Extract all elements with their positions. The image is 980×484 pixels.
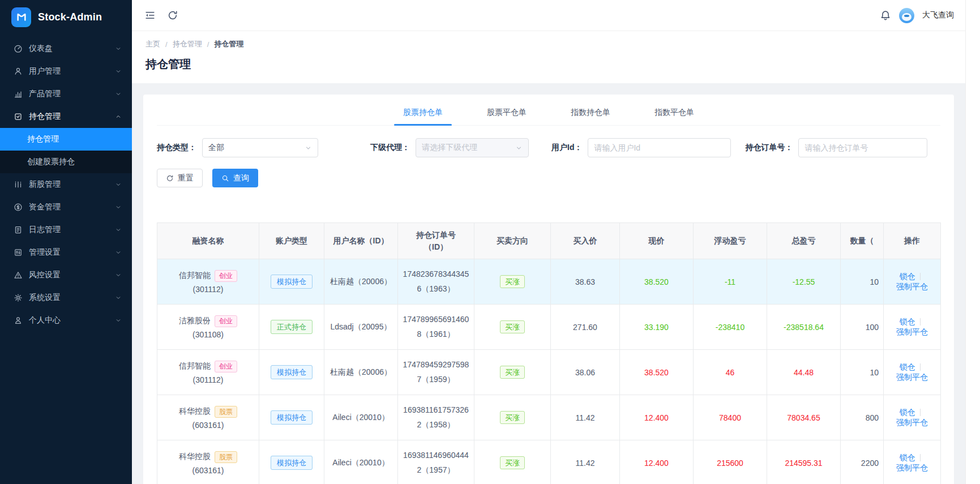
- col-order-no: 持仓订单号 （ID）: [398, 223, 474, 259]
- scrollbar-track[interactable]: [965, 0, 980, 484]
- position-type-select[interactable]: 全部: [202, 138, 318, 157]
- account-type-cell: 模拟持仓: [259, 395, 324, 440]
- breadcrumb-separator: [207, 40, 209, 49]
- refresh-icon[interactable]: [167, 10, 178, 21]
- total-pl-cell: -12.55: [767, 259, 841, 305]
- chevron-down-icon: [115, 272, 122, 279]
- sidebar-item-label: 仪表盘: [29, 44, 115, 54]
- force-close-link[interactable]: 强制平仓: [896, 372, 928, 382]
- breadcrumb-item-0[interactable]: 主页: [145, 39, 160, 49]
- app-logo-icon: [11, 7, 31, 27]
- buy-price-cell: 11.42: [551, 395, 620, 440]
- stock-name: 洁雅股份: [179, 316, 211, 326]
- sidebar-item-7[interactable]: 管理设置: [0, 241, 132, 264]
- reset-button[interactable]: 重置: [157, 169, 203, 187]
- sidebar-item-4[interactable]: 新股管理: [0, 173, 132, 196]
- col-name: 融资名称: [157, 223, 259, 259]
- tab-0[interactable]: 股票持仓单: [402, 101, 444, 125]
- name-cell: 信邦智能创业(301112): [157, 350, 259, 395]
- col-actions: 操作: [884, 223, 941, 259]
- user-id-input[interactable]: [588, 138, 731, 157]
- direction-badge: 买涨: [500, 456, 525, 469]
- col-account-type: 账户类型: [259, 223, 324, 259]
- force-close-link[interactable]: 强制平仓: [896, 418, 928, 427]
- admin-settings-icon: [14, 248, 23, 257]
- order-no-input[interactable]: [798, 138, 927, 157]
- sub-agent-select[interactable]: 请选择下级代理: [416, 138, 529, 157]
- chevron-down-icon: [115, 91, 122, 97]
- lock-position-link[interactable]: 锁仓: [900, 453, 915, 462]
- products-icon: [14, 89, 23, 98]
- system-icon: [14, 293, 23, 302]
- force-close-link[interactable]: 强制平仓: [896, 282, 928, 291]
- account-type-cell: 正式持仓: [259, 305, 324, 350]
- sidebar-menu: 仪表盘 用户管理 产品管理 持仓管理 持仓管理 创建股票持仓 新股管理 资金管理…: [0, 34, 132, 484]
- filter-bar: 持仓类型：全部下级代理：请选择下级代理用户Id：持仓订单号：: [157, 138, 940, 157]
- breadcrumb: 主页持仓管理持仓管理: [145, 39, 952, 49]
- direction-badge: 买涨: [500, 275, 525, 288]
- buy-price-cell: 271.60: [551, 305, 620, 350]
- floating-pl-cell: -238410: [694, 305, 767, 350]
- stock-name: 科华控股: [179, 452, 211, 462]
- board-tag: 创业: [215, 361, 237, 372]
- sidebar-item-8[interactable]: 风控设置: [0, 264, 132, 286]
- breadcrumb-item-1[interactable]: 持仓管理: [173, 39, 202, 49]
- chevron-down-icon: [115, 45, 122, 52]
- quantity-cell: 10: [841, 259, 884, 305]
- sidebar-item-5[interactable]: 资金管理: [0, 196, 132, 219]
- sidebar-subitem-1[interactable]: 创建股票持仓: [0, 151, 132, 173]
- chevron-down-icon: [115, 249, 122, 256]
- notification-bell-icon[interactable]: [880, 10, 891, 21]
- avatar[interactable]: [899, 8, 914, 23]
- reset-icon: [166, 174, 174, 182]
- force-close-link[interactable]: 强制平仓: [896, 327, 928, 336]
- lock-position-link[interactable]: 锁仓: [900, 408, 915, 417]
- app-root: Stock-Admin 仪表盘 用户管理 产品管理 持仓管理 持仓管理 创建股票…: [0, 0, 980, 484]
- buy-price-cell: 38.63: [551, 259, 620, 305]
- quantity-cell: 2200: [841, 440, 884, 484]
- submenu: 持仓管理 创建股票持仓: [0, 128, 132, 173]
- stock-name: 科华控股: [179, 406, 211, 417]
- filter-label: 持仓类型：: [157, 143, 196, 153]
- sidebar-item-10[interactable]: 个人中心: [0, 309, 132, 332]
- force-close-link[interactable]: 强制平仓: [896, 463, 928, 472]
- positions-table-wrap: 融资名称账户类型用户名称（ID）持仓订单号 （ID）买卖方向买入价现价浮动盈亏总…: [157, 222, 940, 484]
- sidebar-item-0[interactable]: 仪表盘: [0, 37, 132, 60]
- col-current-price: 现价: [620, 223, 694, 259]
- account-type-cell: 模拟持仓: [259, 350, 324, 395]
- logs-icon: [14, 225, 23, 234]
- search-icon: [221, 174, 229, 182]
- username[interactable]: 大飞查询: [922, 10, 954, 20]
- action-divider: [920, 273, 921, 280]
- user-cell: 杜南越（20006）: [324, 259, 398, 305]
- select-value: 请选择下级代理: [422, 143, 477, 153]
- actions-cell: 锁仓强制平仓: [884, 350, 941, 395]
- tab-2[interactable]: 指数持仓单: [570, 101, 611, 125]
- sidebar-item-label: 管理设置: [29, 247, 115, 258]
- table-row: 科华控股股票(603161)模拟持仓Aileci（20010）169381146…: [157, 440, 941, 484]
- reset-button-label: 重置: [178, 173, 194, 183]
- chevron-down-icon: [115, 68, 122, 75]
- tab-3[interactable]: 指数平仓单: [653, 101, 695, 125]
- stock-code: (301108): [162, 330, 254, 339]
- sidebar-item-label: 持仓管理: [29, 112, 115, 122]
- sidebar-item-3[interactable]: 持仓管理: [0, 105, 132, 128]
- lock-position-link[interactable]: 锁仓: [900, 317, 915, 326]
- sidebar-item-2[interactable]: 产品管理: [0, 83, 132, 105]
- account-type-badge: 模拟持仓: [271, 365, 313, 379]
- collapse-sidebar-icon[interactable]: [144, 10, 156, 21]
- lock-position-link[interactable]: 锁仓: [900, 362, 915, 371]
- sidebar-item-6[interactable]: 日志管理: [0, 219, 132, 241]
- search-button[interactable]: 查询: [212, 169, 258, 187]
- name-cell: 信邦智能创业(301112): [157, 259, 259, 305]
- sidebar-item-1[interactable]: 用户管理: [0, 60, 132, 83]
- sidebar-item-9[interactable]: 系统设置: [0, 286, 132, 309]
- account-type-badge: 正式持仓: [271, 320, 313, 334]
- lock-position-link[interactable]: 锁仓: [900, 272, 915, 281]
- sidebar-item-label: 用户管理: [29, 66, 115, 76]
- order-no-cell: 1693811617573262（1958）: [398, 395, 474, 440]
- tab-1[interactable]: 股票平仓单: [486, 101, 528, 125]
- direction-cell: 买涨: [474, 259, 551, 305]
- buy-price-cell: 38.06: [551, 350, 620, 395]
- sidebar-subitem-0[interactable]: 持仓管理: [0, 128, 132, 151]
